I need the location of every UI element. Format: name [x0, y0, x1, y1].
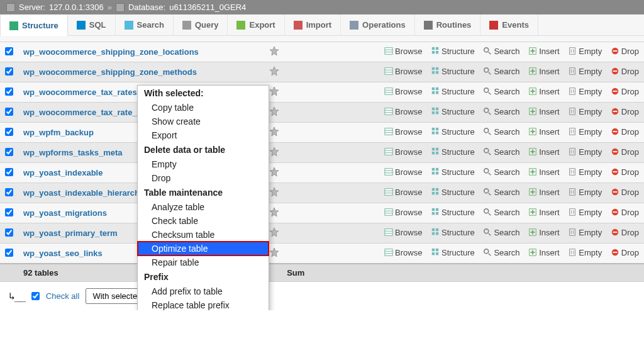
search-action[interactable]: Search: [483, 248, 519, 257]
empty-action[interactable]: Empty: [568, 188, 602, 197]
tab-import[interactable]: Import: [285, 14, 341, 35]
browse-action[interactable]: Browse: [384, 248, 422, 257]
table-name-link[interactable]: wp_yoast_seo_links: [23, 249, 103, 258]
empty-action[interactable]: Empty: [568, 208, 602, 217]
check-all-checkbox[interactable]: [31, 292, 40, 300]
browse-action[interactable]: Browse: [384, 208, 422, 217]
ctx-item-replace-table-prefix[interactable]: Replace table prefix: [138, 298, 269, 310]
structure-action[interactable]: Structure: [431, 147, 475, 157]
structure-action[interactable]: Structure: [431, 208, 475, 217]
tab-search[interactable]: Search: [116, 14, 174, 35]
row-checkbox[interactable]: [5, 228, 13, 237]
tab-structure[interactable]: Structure: [0, 14, 68, 36]
ctx-item-empty[interactable]: Empty: [138, 157, 269, 171]
drop-action[interactable]: Drop: [611, 67, 639, 76]
search-action[interactable]: Search: [483, 107, 519, 116]
row-checkbox[interactable]: [5, 67, 13, 76]
insert-action[interactable]: Insert: [528, 228, 560, 237]
drop-action[interactable]: Drop: [611, 127, 639, 137]
drop-action[interactable]: Drop: [611, 107, 639, 116]
structure-action[interactable]: Structure: [431, 67, 475, 76]
search-action[interactable]: Search: [483, 208, 519, 217]
browse-action[interactable]: Browse: [384, 47, 422, 56]
search-action[interactable]: Search: [483, 47, 519, 56]
empty-action[interactable]: Empty: [568, 127, 602, 137]
insert-action[interactable]: Insert: [528, 67, 560, 76]
structure-action[interactable]: Structure: [431, 127, 475, 137]
table-name-link[interactable]: wp_yoast_indexable: [23, 168, 103, 177]
row-checkbox[interactable]: [5, 108, 13, 116]
drop-action[interactable]: Drop: [611, 47, 639, 56]
tab-events[interactable]: Events: [480, 14, 538, 35]
favorite-star[interactable]: [264, 42, 284, 62]
row-checkbox[interactable]: [5, 148, 13, 156]
empty-action[interactable]: Empty: [568, 107, 602, 116]
row-checkbox[interactable]: [5, 249, 13, 257]
insert-action[interactable]: Insert: [528, 147, 560, 157]
search-action[interactable]: Search: [483, 127, 519, 137]
insert-action[interactable]: Insert: [528, 167, 560, 177]
search-action[interactable]: Search: [483, 147, 519, 157]
tab-export[interactable]: Export: [228, 14, 284, 35]
table-name-link[interactable]: wp_wpfm_backup: [23, 128, 94, 137]
row-checkbox[interactable]: [5, 188, 13, 196]
check-all-label[interactable]: Check all: [46, 291, 79, 301]
search-action[interactable]: Search: [483, 87, 519, 96]
browse-action[interactable]: Browse: [384, 87, 422, 96]
row-checkbox[interactable]: [5, 87, 13, 96]
drop-action[interactable]: Drop: [611, 188, 639, 197]
ctx-item-optimize-table[interactable]: Optimize table: [138, 242, 269, 255]
row-checkbox[interactable]: [5, 208, 13, 216]
table-name-link[interactable]: wp_woocommerce_shipping_zone_locations: [23, 47, 199, 57]
insert-action[interactable]: Insert: [528, 127, 560, 137]
row-checkbox[interactable]: [5, 47, 13, 55]
browse-action[interactable]: Browse: [384, 107, 422, 116]
table-name-link[interactable]: wp_yoast_primary_term: [23, 228, 118, 238]
table-name-link[interactable]: wp_wpforms_tasks_meta: [23, 148, 123, 157]
search-action[interactable]: Search: [483, 188, 519, 197]
ctx-item-analyze-table[interactable]: Analyze table: [138, 200, 269, 214]
insert-action[interactable]: Insert: [528, 208, 560, 217]
drop-action[interactable]: Drop: [611, 208, 639, 217]
drop-action[interactable]: Drop: [611, 167, 639, 177]
browse-action[interactable]: Browse: [384, 228, 422, 237]
ctx-item-repair-table[interactable]: Repair table: [138, 255, 269, 269]
browse-action[interactable]: Browse: [384, 127, 422, 137]
insert-action[interactable]: Insert: [528, 47, 560, 56]
ctx-item-checksum-table[interactable]: Checksum table: [138, 228, 269, 242]
empty-action[interactable]: Empty: [568, 248, 602, 257]
tab-sql[interactable]: SQL: [68, 14, 116, 35]
tab-operations[interactable]: Operations: [341, 14, 415, 35]
structure-action[interactable]: Structure: [431, 228, 475, 237]
drop-action[interactable]: Drop: [611, 147, 639, 157]
table-name-link[interactable]: wp_woocommerce_shipping_zone_methods: [23, 67, 197, 77]
insert-action[interactable]: Insert: [528, 248, 560, 257]
table-name-link[interactable]: wp_woocommerce_tax_rates: [23, 87, 137, 97]
insert-action[interactable]: Insert: [528, 107, 560, 116]
structure-action[interactable]: Structure: [431, 188, 475, 197]
structure-action[interactable]: Structure: [431, 167, 475, 177]
browse-action[interactable]: Browse: [384, 167, 422, 177]
structure-action[interactable]: Structure: [431, 87, 475, 96]
browse-action[interactable]: Browse: [384, 188, 422, 197]
ctx-item-show-create[interactable]: Show create: [138, 115, 269, 128]
tab-routines[interactable]: Routines: [415, 14, 481, 35]
empty-action[interactable]: Empty: [568, 47, 602, 56]
table-name-link[interactable]: wp_yoast_indexable_hierarchy: [23, 188, 144, 198]
search-action[interactable]: Search: [483, 228, 519, 237]
ctx-item-drop[interactable]: Drop: [138, 171, 269, 185]
empty-action[interactable]: Empty: [568, 67, 602, 76]
empty-action[interactable]: Empty: [568, 147, 602, 157]
table-name-link[interactable]: wp_yoast_migrations: [23, 208, 107, 218]
empty-action[interactable]: Empty: [568, 167, 602, 177]
search-action[interactable]: Search: [483, 167, 519, 177]
empty-action[interactable]: Empty: [568, 228, 602, 237]
drop-action[interactable]: Drop: [611, 228, 639, 237]
with-selected-menu[interactable]: With selected:Copy tableShow createExpor…: [137, 85, 269, 310]
drop-action[interactable]: Drop: [611, 248, 639, 257]
db-link[interactable]: u611365211_0GER4: [169, 3, 246, 12]
insert-action[interactable]: Insert: [528, 188, 560, 197]
insert-action[interactable]: Insert: [528, 87, 560, 96]
ctx-item-check-table[interactable]: Check table: [138, 214, 269, 228]
structure-action[interactable]: Structure: [431, 107, 475, 116]
